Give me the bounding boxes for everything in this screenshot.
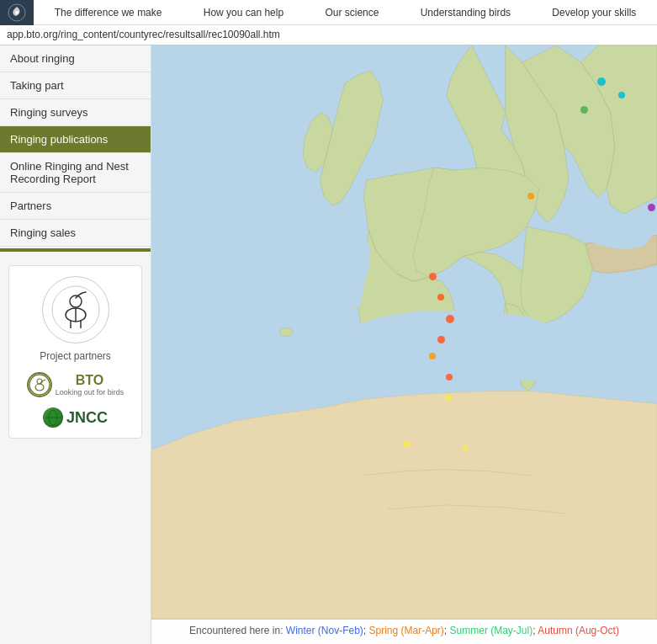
url-text: app.bto.org/ring_content/countyrec/resul… bbox=[7, 29, 280, 40]
bto-label: BTO bbox=[56, 373, 125, 388]
map-dot[interactable] bbox=[437, 294, 444, 301]
map-dot[interactable] bbox=[429, 353, 436, 359]
map-dot[interactable] bbox=[597, 77, 606, 86]
legend-winter[interactable]: Winter (Nov-Feb) bbox=[286, 625, 363, 636]
bird-logo bbox=[42, 276, 109, 343]
map-dot[interactable] bbox=[463, 445, 468, 450]
top-nav: The difference we make How you can help … bbox=[0, 0, 657, 25]
jncc-globe-icon bbox=[43, 407, 63, 428]
map-dot[interactable] bbox=[446, 374, 453, 381]
map-dot[interactable] bbox=[648, 204, 655, 211]
nav-science[interactable]: Our science bbox=[318, 3, 385, 22]
sidebar-item-ringing-surveys[interactable]: Ringing surveys bbox=[0, 99, 151, 126]
legend-bar: Encountered here in: Winter (Nov-Feb); S… bbox=[151, 619, 657, 644]
map-dot[interactable] bbox=[446, 315, 454, 323]
svg-point-8 bbox=[29, 375, 50, 395]
nav-help[interactable]: How you can help bbox=[197, 3, 290, 22]
sidebar-item-taking-part[interactable]: Taking part bbox=[0, 72, 151, 99]
sidebar-divider bbox=[0, 248, 151, 252]
sidebar-item-ringing-sales[interactable]: Ringing sales bbox=[0, 220, 151, 247]
partner-label: Project partners bbox=[19, 350, 131, 362]
sidebar-item-about-ringing[interactable]: About ringing bbox=[0, 45, 151, 72]
main-layout: About ringing Taking part Ringing survey… bbox=[0, 45, 657, 644]
map-dot[interactable] bbox=[580, 106, 588, 114]
sidebar: About ringing Taking part Ringing survey… bbox=[0, 45, 151, 644]
legend-summer[interactable]: Summer (May-Jul) bbox=[450, 625, 533, 636]
map-container: Encountered here in: Winter (Nov-Feb); S… bbox=[151, 45, 657, 644]
legend-prefix: Encountered here in: bbox=[189, 625, 286, 636]
legend-autumn[interactable]: Autumn (Aug-Oct) bbox=[538, 625, 619, 636]
legend-spring[interactable]: Spring (Mar-Apr) bbox=[369, 625, 444, 636]
bto-text-group: BTO Looking out for birds bbox=[56, 373, 125, 397]
nav-menu: The difference we make How you can help … bbox=[34, 3, 657, 22]
map-dot[interactable] bbox=[618, 92, 625, 98]
map-dot[interactable] bbox=[437, 336, 445, 343]
map-dot[interactable] bbox=[446, 395, 452, 401]
svg-point-1 bbox=[15, 11, 19, 14]
map-dot[interactable] bbox=[429, 273, 437, 280]
bto-logo[interactable]: BTO Looking out for birds bbox=[19, 372, 131, 397]
map-canvas[interactable] bbox=[151, 45, 657, 619]
jncc-logo[interactable]: JNCC bbox=[19, 407, 131, 428]
address-bar[interactable]: app.bto.org/ring_content/countyrec/resul… bbox=[0, 25, 657, 45]
map-dot[interactable] bbox=[404, 441, 410, 447]
sidebar-item-online-report[interactable]: Online Ringing and Nest Recording Report bbox=[0, 153, 151, 193]
sidebar-item-partners[interactable]: Partners bbox=[0, 193, 151, 220]
bto-circle-icon bbox=[27, 372, 52, 397]
nav-skills[interactable]: Develop your skills bbox=[545, 3, 643, 22]
site-logo[interactable] bbox=[0, 0, 34, 25]
bto-sub-label: Looking out for birds bbox=[56, 388, 125, 397]
partner-box: Project partners BTO Looking out for bir… bbox=[8, 265, 142, 439]
jncc-label: JNCC bbox=[66, 409, 108, 427]
map-dot[interactable] bbox=[527, 193, 534, 200]
sidebar-item-ringing-publications[interactable]: Ringing publications bbox=[0, 126, 151, 153]
nav-difference[interactable]: The difference we make bbox=[48, 3, 169, 22]
nav-birds[interactable]: Understanding birds bbox=[414, 3, 517, 22]
